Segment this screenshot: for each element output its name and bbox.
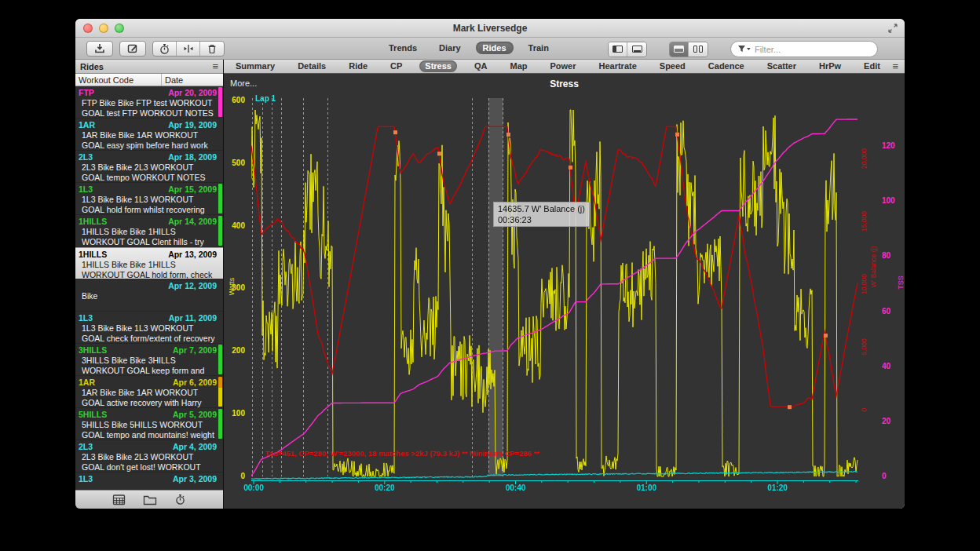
ride-desc: 1AR Bike Bike 1AR WORKOUT GOAL easy spim… xyxy=(79,130,217,151)
ride-date: Apr 14, 2009 xyxy=(168,217,217,227)
ride-color-bar xyxy=(218,377,222,407)
ride-row[interactable]: 1L3Apr 3, 2009 xyxy=(75,473,223,490)
ride-code: FTP xyxy=(79,88,94,98)
watts-tick: 100 xyxy=(225,409,245,418)
resize-icon[interactable] xyxy=(887,23,898,34)
sidebar-header: Rides ≡ xyxy=(75,60,223,74)
chart-tabbar: SummaryDetailsRideCPStressQAMapPowerHear… xyxy=(224,60,905,74)
ride-desc: 1AR Bike Bike 1AR WORKOUT GOAL active re… xyxy=(79,388,217,408)
column-workout-code[interactable]: Workout Code xyxy=(75,74,162,86)
stopwatch-icon[interactable] xyxy=(174,494,186,505)
chart-tab-edit[interactable]: Edit xyxy=(858,60,886,72)
ride-desc: Bike xyxy=(79,291,217,301)
wbal-tick: 15,000 xyxy=(860,207,868,235)
column-date[interactable]: Date xyxy=(162,74,223,86)
edit-ride-button[interactable] xyxy=(119,41,146,57)
ride-desc: 2L3 Bike Bike 2L3 WORKOUT GOAL don't get… xyxy=(79,452,217,473)
lowbar-toggle-icon xyxy=(632,46,642,53)
toolbar: TrendsDiaryRidesTrain xyxy=(75,38,905,60)
stress-plot-canvas[interactable] xyxy=(251,98,858,484)
desktop-background: Mark Liversedge xyxy=(0,0,980,551)
lowbar-toggle-button[interactable] xyxy=(627,42,646,57)
split-interval-icon xyxy=(182,43,195,54)
calendar-icon[interactable] xyxy=(112,494,126,505)
split-ride-button[interactable] xyxy=(177,42,200,56)
ride-row[interactable]: 1HILLSApr 14, 20091HILLS Bike Bike 1HILL… xyxy=(75,215,223,247)
close-button[interactable] xyxy=(83,24,93,33)
wbal-tick: 5,000 xyxy=(860,333,868,361)
single-view-icon xyxy=(674,46,684,53)
ride-row[interactable]: 1L3Apr 15, 20091L3 Bike Bike 1L3 WORKOUT… xyxy=(75,183,223,215)
ride-row[interactable]: 5HILLSApr 5, 20095HILLS Bike 5HILLS WORK… xyxy=(75,408,223,440)
chart-tab-stress[interactable]: Stress xyxy=(419,60,457,72)
chart-tabs: SummaryDetailsRideCPStressQAMapPowerHear… xyxy=(230,60,892,72)
folder-icon[interactable] xyxy=(143,494,157,505)
ride-code: 3HILLS xyxy=(79,345,107,356)
ride-code: 1AR xyxy=(79,378,95,388)
ride-desc: 3HILLS Bike Bike 3HILLS WORKOUT GOAL kee… xyxy=(79,356,217,376)
ride-row[interactable]: 1ARApr 19, 20091AR Bike Bike 1AR WORKOUT… xyxy=(75,119,223,151)
ride-row[interactable]: FTPApr 20, 2009FTP Bike Bike FTP test WO… xyxy=(75,86,223,119)
ride-date: Apr 15, 2009 xyxy=(168,184,217,195)
delete-ride-button[interactable] xyxy=(200,42,224,56)
chart-tab-cadence[interactable]: Cadence xyxy=(703,60,750,72)
chart-tab-ride[interactable]: Ride xyxy=(343,60,373,72)
app-window: Mark Liversedge xyxy=(75,19,905,509)
single-view-button[interactable] xyxy=(670,42,689,57)
ride-list-columns: Workout Code Date xyxy=(75,74,223,86)
ride-date: Apr 4, 2009 xyxy=(173,442,217,452)
ride-code: 5HILLS xyxy=(79,410,107,420)
chart-tab-scatter[interactable]: Scatter xyxy=(762,60,802,72)
ride-row[interactable]: 1HILLSApr 13, 20091HILLS Bike Bike 1HILL… xyxy=(75,247,223,279)
ride-row[interactable]: 2L3Apr 4, 20092L3 Bike Bike 2L3 WORKOUT … xyxy=(75,440,223,473)
chart-tab-power[interactable]: Power xyxy=(544,60,581,72)
ride-row[interactable]: 1ARApr 6, 20091AR Bike Bike 1AR WORKOUT … xyxy=(75,376,223,408)
chart-tab-cp[interactable]: CP xyxy=(385,60,408,72)
ride-date: Apr 3, 2009 xyxy=(173,474,217,484)
lap-marker-label: Lap 1 xyxy=(255,94,276,103)
traffic-lights xyxy=(83,24,124,33)
chart-tab-details[interactable]: Details xyxy=(292,60,331,72)
chart-tab-summary[interactable]: Summary xyxy=(230,60,280,72)
view-tab-trends[interactable]: Trends xyxy=(382,42,424,54)
ride-code: 1AR xyxy=(79,120,95,130)
cursor-tooltip: 14635.7 W' Balance (j) 00:36:23 xyxy=(493,202,590,227)
wbal-tick: 10,000 xyxy=(860,270,868,298)
time-tick: 01:00 xyxy=(629,483,664,492)
minimize-button[interactable] xyxy=(99,24,108,33)
ride-row[interactable]: 3HILLSApr 7, 20093HILLS Bike Bike 3HILLS… xyxy=(75,344,223,376)
sidebar-toggle-button[interactable] xyxy=(609,42,627,57)
tiled-view-button[interactable] xyxy=(689,42,708,57)
chart-tab-hrpw[interactable]: HrPw xyxy=(814,60,847,72)
view-tab-train[interactable]: Train xyxy=(521,42,556,54)
ride-color-bar xyxy=(218,345,222,374)
ride-row[interactable]: 1L3Apr 11, 20091L3 Bike Bike 1L3 WORKOUT… xyxy=(75,312,223,344)
ride-color-bar xyxy=(218,409,222,439)
chart-tab-map[interactable]: Map xyxy=(504,60,532,72)
wbal-summary-annotation: Tau=451, CP=280, W'=23000, 18 matches >2… xyxy=(265,449,539,458)
chart-tab-speed[interactable]: Speed xyxy=(654,60,691,72)
interval-tool-button[interactable] xyxy=(153,42,177,56)
view-tab-rides[interactable]: Rides xyxy=(476,42,514,54)
filter-input[interactable] xyxy=(730,41,878,57)
ride-row[interactable]: Apr 12, 2009Bike xyxy=(75,279,223,312)
ride-desc: 1L3 Bike Bike 1L3 WORKOUT GOAL check for… xyxy=(79,323,217,344)
ride-code: 1L3 xyxy=(79,474,93,484)
chart-tab-qa[interactable]: QA xyxy=(469,60,493,72)
sidebar-menu-icon[interactable]: ≡ xyxy=(212,61,218,71)
ride-row[interactable]: 2L3Apr 18, 20092L3 Bike Bike 2L3 WORKOUT… xyxy=(75,151,223,183)
wbal-axis-label: W' Balance (j) xyxy=(869,239,877,294)
chart-tab-heartrate[interactable]: Heartrate xyxy=(594,60,642,72)
time-tick: 01:20 xyxy=(760,483,795,492)
ride-date: Apr 7, 2009 xyxy=(173,345,217,356)
ride-date: Apr 5, 2009 xyxy=(173,410,217,420)
wbal-tick: 0 xyxy=(860,396,868,424)
tss-tick: 100 xyxy=(882,196,901,205)
zoom-button[interactable] xyxy=(115,24,124,33)
filter-funnel-icon xyxy=(737,45,751,53)
compose-icon xyxy=(126,42,139,55)
download-ride-button[interactable] xyxy=(86,41,113,57)
chart-menu-icon[interactable]: ≡ xyxy=(892,61,898,71)
ride-date: Apr 12, 2009 xyxy=(168,281,217,291)
view-tab-diary[interactable]: Diary xyxy=(432,42,468,54)
